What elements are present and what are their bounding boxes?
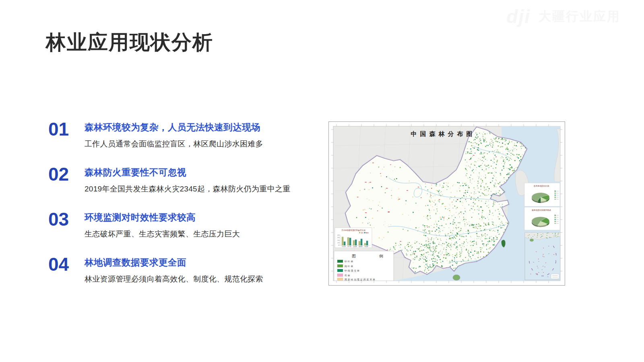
legend-label: 国家特别规定的灌木林 (345, 278, 376, 281)
point-number: 03 (48, 209, 85, 254)
pie-chart-species: 有林地面积按树种构成 (524, 207, 560, 230)
svg-text:面积: 面积 (361, 232, 364, 234)
svg-text:近熟林: 近熟林 (353, 246, 357, 247)
point-number: 01 (48, 119, 85, 164)
svg-text:40%: 40% (337, 234, 340, 236)
svg-text:成熟林: 成熟林 (359, 246, 363, 247)
point-item-02: 02 森林防火重要性不可忽视 2019年全国共发生森林火灾2345起，森林防火仍… (48, 164, 314, 209)
legend-label: 竹林 (345, 274, 351, 277)
legend-label: 阔叶林 (345, 265, 354, 268)
point-item-04: 04 林地调查数据要求更全面 林业资源管理必须向着高效化、制度化、规范化探索 (48, 254, 314, 299)
legend-title: 图例 (352, 254, 407, 258)
pie-chart-land-types: 各类林地面积比例 (524, 183, 560, 206)
legend-label: 针阔混交林 (344, 269, 360, 272)
page-title: 林业应用现状分析 (46, 29, 213, 56)
point-heading: 林地调查数据要求更全面 (85, 256, 314, 269)
legend-swatch (337, 274, 343, 277)
hainan-island (453, 275, 460, 280)
point-detail: 林业资源管理必须向着高效化、制度化、规范化探索 (85, 274, 314, 284)
svg-text:中龄林: 中龄林 (347, 246, 351, 247)
svg-text:10%: 10% (337, 242, 340, 244)
map-svg: 中国森林分布图 乔木林各龄组面积和蓄积比例 0%10%20%30%40%幼龄林中… (328, 121, 565, 286)
point-heading: 森林环境较为复杂，人员无法快速到达现场 (85, 121, 314, 134)
point-number: 04 (48, 254, 85, 299)
legend-swatch (337, 278, 343, 280)
legend-label: 针叶林 (344, 260, 354, 263)
point-heading: 森林防火重要性不可忽视 (85, 166, 314, 179)
watermark-text: 大疆行业应用 (539, 8, 621, 25)
svg-text:0%: 0% (338, 245, 340, 246)
point-detail: 2019年全国共发生森林火灾2345起，森林防火仍为重中之重 (85, 184, 314, 194)
pie2-title: 有林地面积按树种构成 (532, 209, 551, 212)
watermark: dji 大疆行业应用 (506, 6, 621, 27)
map-title: 中国森林分布图 (411, 130, 476, 137)
slide: { "slide": { "title": "林业应用现状分析", "water… (0, 0, 644, 362)
svg-text:30%: 30% (337, 237, 340, 239)
legend-swatch (337, 265, 343, 267)
china-forest-map: 中国森林分布图 乔木林各龄组面积和蓄积比例 0%10%20%30%40%幼龄林中… (328, 121, 565, 286)
pie1-title: 各类林地面积比例 (534, 185, 549, 187)
svg-text:20%: 20% (337, 240, 340, 241)
dji-logo: dji (506, 6, 530, 27)
point-item-01: 01 森林环境较为复杂，人员无法快速到达现场 工作人员通常会面临监控盲区，林区爬… (48, 119, 314, 164)
age-group-bar-chart: 乔木林各龄组面积和蓄积比例 0%10%20%30%40%幼龄林中龄林近熟林成熟林… (335, 228, 372, 248)
point-heading: 环境监测对时效性要求较高 (85, 211, 314, 224)
bar-chart-title: 乔木林各龄组面积和蓄积比例 (341, 229, 365, 232)
svg-text:蓄积: 蓄积 (366, 232, 369, 234)
point-detail: 工作人员通常会面临监控盲区，林区爬山涉水困难多 (85, 139, 314, 149)
legend-swatch (337, 269, 343, 272)
point-detail: 生态破坏严重、生态灾害频繁、生态压力巨大 (85, 229, 314, 239)
legend-item: 针阔混交林 (337, 269, 360, 272)
point-item-03: 03 环境监测对时效性要求较高 生态破坏严重、生态灾害频繁、生态压力巨大 (48, 209, 314, 254)
legend-item: 针叶林 (337, 260, 354, 263)
inset-scale-box (551, 274, 559, 279)
legend-item: 阔叶林 (337, 265, 354, 268)
point-number: 02 (48, 164, 85, 209)
svg-text:过熟林: 过熟林 (364, 246, 368, 247)
svg-text:幼龄林: 幼龄林 (342, 246, 346, 247)
south-china-sea-inset (525, 232, 563, 280)
legend-swatch (337, 260, 343, 263)
inset-hainan (530, 239, 534, 242)
points-list: 01 森林环境较为复杂，人员无法快速到达现场 工作人员通常会面临监控盲区，林区爬… (48, 119, 314, 299)
